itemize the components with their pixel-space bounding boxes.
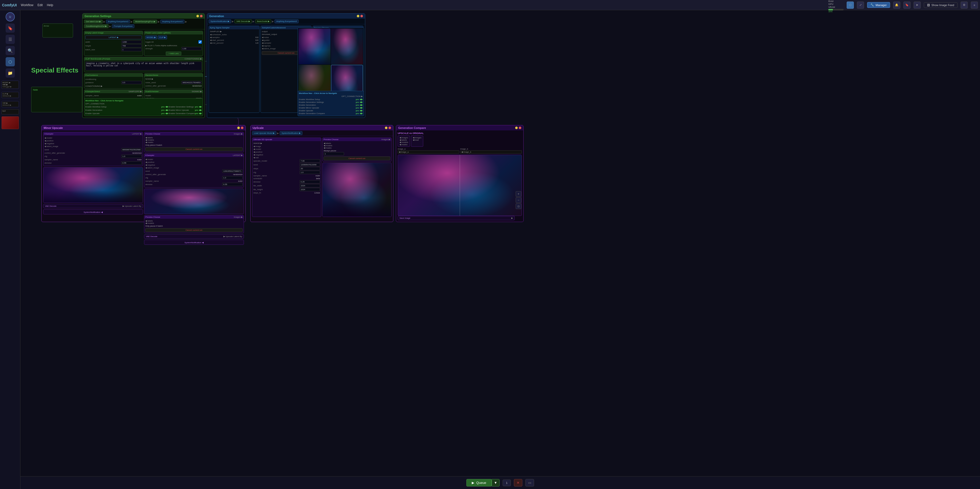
ultimate-upscale-node: Ultimate SD Upscale IMAGE ▶ ◀ image ◀ mo…	[252, 138, 321, 217]
gen-settings-flow: Get latent size ▶ ▶ Anything Everywhere3…	[83, 19, 205, 29]
gen-panel-title: Generation	[209, 14, 224, 17]
cancel-queue-btn[interactable]: ✕	[514, 479, 522, 486]
cfg-right-input[interactable]	[222, 176, 243, 179]
menu-bar: ComfyUI Workflow Edit Help CPU RAM GPU V…	[0, 0, 980, 10]
sidebar-icon-node[interactable]: ⬡	[6, 57, 15, 67]
compare-close-btn[interactable]	[519, 127, 521, 129]
width-input[interactable]	[121, 40, 142, 44]
seed-right-input[interactable]	[222, 170, 243, 173]
canvas-area: Special Effects Note Arrow Generation Se…	[21, 10, 980, 489]
menu-help[interactable]: Help	[47, 3, 53, 7]
note-box: Note	[31, 87, 82, 112]
ksampler-select-header: KSamplerSelect SAMPLERS ▶	[84, 90, 143, 93]
flux-label: ▶ FLUX 1-Turbo-Alpha subfoncess	[145, 44, 202, 47]
cfg-upscale-input[interactable]	[300, 171, 320, 174]
cancel-upscale[interactable]: Cancel current run	[324, 156, 390, 160]
tile-h-input[interactable]	[300, 188, 320, 191]
cfg-left-input[interactable]	[121, 155, 142, 158]
add-lora-btn[interactable]: + Add Lora	[145, 52, 202, 55]
sidebar-icon-bookmark[interactable]: 🔖	[6, 24, 15, 33]
app-logo: ComfyUI	[2, 3, 17, 7]
vae-decode-chip: VAE Decode ▶	[234, 19, 251, 23]
gen-minimize-btn[interactable]	[357, 15, 360, 17]
queue-button[interactable]: ▶ Queue	[466, 479, 492, 486]
guidance-input[interactable]	[121, 81, 142, 84]
workflow-nav-body: OPT_CONNECTION Enable Workflow Setup yes…	[85, 103, 202, 115]
pause-count-input[interactable]	[324, 152, 344, 156]
compare-split-line	[460, 155, 460, 216]
strength-input[interactable]	[181, 47, 202, 50]
batch-input[interactable]	[121, 48, 142, 51]
sidebar-icon-folder[interactable]: 📁	[6, 68, 15, 78]
opt-mirror-upscale: Enable Mirror Upscale yes ◀▶	[169, 109, 202, 111]
zoom-in-btn[interactable]: +	[515, 191, 521, 197]
sampler-name-field: sampler_name euler	[85, 94, 142, 97]
minor-left-col: KSampler LATENT ▶ ◀ model ◀ positive ◀ n…	[43, 132, 143, 245]
seed-upscale-input[interactable]	[300, 163, 320, 167]
seed-left-input[interactable]	[121, 148, 142, 151]
steps-upscale-input[interactable]	[300, 167, 320, 170]
arrow-icon-btn[interactable]: ➤	[913, 2, 921, 9]
sidebar-icon-list[interactable]: ☰	[6, 35, 15, 44]
manager-button[interactable]: 🔧 Manager	[867, 2, 890, 8]
more-icon-btn[interactable]: ≡	[971, 2, 978, 9]
random-noise-header: RandomNoise	[144, 73, 203, 77]
tile-w-input[interactable]	[300, 184, 320, 187]
expand-icon-btn[interactable]: ⤢	[857, 2, 864, 9]
denoise-upscale-input[interactable]	[300, 180, 320, 184]
toggle-all-checkbox[interactable]	[199, 40, 202, 44]
gen-settings-controls	[196, 15, 202, 17]
workflow-icon-btn[interactable]: ⬡	[847, 2, 854, 9]
denoise-left-input[interactable]	[121, 161, 142, 165]
gen-close-btn[interactable]	[360, 15, 363, 17]
menu-workflow[interactable]: Workflow	[21, 3, 33, 7]
height-input[interactable]	[121, 44, 142, 48]
flow-chip-get-latent: Get latent size ▶	[84, 20, 103, 24]
menu-edit[interactable]: Edit	[38, 3, 43, 7]
upscale-minimize-btn[interactable]	[385, 127, 387, 129]
vae-decode-right: VAE Decode ▶ Upscale Latent By	[144, 234, 244, 239]
prompt-textarea[interactable]: imagine a cinematic shot in a cyberpunk …	[85, 62, 202, 70]
opt-conn-label: OPT_CONNECTION	[85, 103, 168, 105]
minor-close-btn[interactable]	[241, 127, 243, 129]
show-feed-button[interactable]: 🖼 Show Image Feed	[924, 2, 958, 8]
ksr-latent: ◀ latent_image	[145, 167, 243, 169]
batch-field: batch_size	[85, 48, 142, 52]
start-field: ◀ start_percent 0.0	[210, 39, 258, 41]
u-upscale-model: upscale_model	[253, 159, 320, 163]
compare-minimize-btn[interactable]	[515, 127, 518, 129]
u-steps-fn: steps_fn Linear	[253, 191, 320, 194]
bell-icon-btn[interactable]: 🔔	[893, 2, 900, 9]
denoise-right-input[interactable]	[222, 183, 243, 186]
minimize-btn[interactable]	[196, 15, 199, 17]
zoom-out-btn[interactable]: −	[515, 197, 521, 203]
close-btn[interactable]	[200, 15, 202, 17]
cancel-preview-left[interactable]: Cancel current run	[145, 147, 243, 151]
model-field: model	[145, 94, 202, 97]
opt-workflow-setup: Enable Workflow Setup yes ◀▶	[85, 105, 168, 108]
bookmark-icon-btn[interactable]: 🔖	[904, 2, 910, 9]
minor-minimize-btn[interactable]	[237, 127, 240, 129]
sidebar-mp3-node: mp3	[2, 109, 19, 114]
u-cfg: cfg	[253, 170, 320, 174]
u-tile-h: tile_height	[253, 187, 320, 191]
flow-chip-cond: ConditioningZeroOut ▶	[84, 24, 108, 28]
sidebar-icon-search[interactable]: 🔍	[6, 46, 15, 55]
minor-upscale-body: KSampler LATENT ▶ ◀ model ◀ positive ◀ n…	[41, 130, 245, 218]
upscale-close-btn[interactable]	[388, 127, 391, 129]
special-effects-label: Special Effects	[31, 67, 78, 74]
ksr-seed: seed	[145, 169, 243, 173]
upscale-model-input[interactable]	[300, 159, 320, 163]
noise-seed-input[interactable]	[181, 81, 202, 84]
queue-dropdown-btn[interactable]: ▼	[492, 479, 500, 486]
minor-right-col: Preview Choose Images ▶ ◀ labels ◀ model…	[144, 132, 244, 245]
random-noise-node: RandomNoise NODE ▶ noise_seed control_af…	[144, 73, 203, 89]
settings-icon-btn[interactable]: ⚙	[961, 2, 968, 9]
cancel-preview-right[interactable]: Cancel current run	[145, 228, 243, 232]
u-seed: seed	[253, 163, 320, 167]
sigma-sampler-node: Eying Sigma Sampler SAMPLES ▶ ◀ schedule…	[208, 26, 259, 113]
user-avatar[interactable]: U	[6, 12, 15, 21]
zoom-reset-btn[interactable]: ⊡	[515, 203, 521, 209]
mode-toggle-btn[interactable]: ▭	[525, 479, 534, 486]
ks-denoise: denoise	[45, 161, 142, 165]
